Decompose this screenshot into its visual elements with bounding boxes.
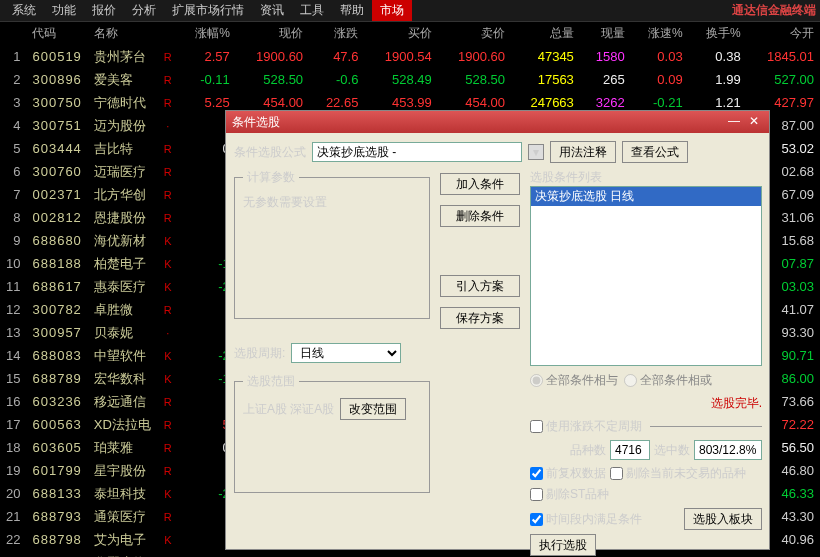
menu-item[interactable]: 分析 xyxy=(124,1,164,19)
column-header[interactable]: 现量 xyxy=(580,22,631,45)
skip-st-checkbox[interactable]: 剔除ST品种 xyxy=(530,486,609,503)
dialog-titlebar: 条件选股 — ✕ xyxy=(226,111,769,133)
radio-or[interactable]: 全部条件相或 xyxy=(624,372,712,389)
time-range-checkbox[interactable]: 时间段内满足条件 xyxy=(530,511,642,528)
column-header[interactable]: 名称 xyxy=(88,22,158,45)
dropdown-icon[interactable]: ▾ xyxy=(528,144,544,160)
delete-condition-button[interactable]: 删除条件 xyxy=(440,205,520,227)
period-select[interactable]: 日线 xyxy=(291,343,401,363)
list-item[interactable]: 决策抄底选股 日线 xyxy=(531,187,761,206)
add-condition-button[interactable]: 加入条件 xyxy=(440,173,520,195)
menubar: 系统功能报价分析扩展市场行情资讯工具帮助 市场 通达信金融终端 xyxy=(0,0,820,22)
minimize-icon[interactable]: — xyxy=(725,115,743,129)
hit-field xyxy=(694,440,762,460)
close-icon[interactable]: ✕ xyxy=(745,115,763,129)
column-header[interactable]: 换手% xyxy=(689,22,747,45)
params-fieldset: 计算参数 无参数需要设置 xyxy=(234,169,430,319)
menu-item[interactable]: 报价 xyxy=(84,1,124,19)
column-header[interactable]: 买价 xyxy=(364,22,437,45)
menu-item[interactable]: 资讯 xyxy=(252,1,292,19)
menu-item[interactable]: 功能 xyxy=(44,1,84,19)
skip-notrade-checkbox[interactable]: 剔除当前未交易的品种 xyxy=(610,465,746,482)
column-header[interactable]: 总量 xyxy=(511,22,580,45)
to-block-button[interactable]: 选股入板块 xyxy=(684,508,762,530)
column-header[interactable]: 涨速% xyxy=(631,22,689,45)
condition-listbox[interactable]: 决策抄底选股 日线 xyxy=(530,186,762,366)
count-field xyxy=(610,440,650,460)
column-header[interactable]: 涨跌 xyxy=(309,22,364,45)
hit-label: 选中数 xyxy=(654,442,690,459)
formula-input[interactable] xyxy=(312,142,522,162)
params-text: 无参数需要设置 xyxy=(243,194,421,211)
range-legend: 选股范围 xyxy=(243,373,299,390)
menu-market[interactable]: 市场 xyxy=(372,0,412,21)
app-brand: 通达信金融终端 xyxy=(732,2,816,19)
count-label: 品种数 xyxy=(570,442,606,459)
radio-and[interactable]: 全部条件相与 xyxy=(530,372,618,389)
params-legend: 计算参数 xyxy=(243,169,299,186)
period-label: 选股周期: xyxy=(234,345,285,362)
filter-status: 选股完毕. xyxy=(530,395,762,412)
column-header[interactable]: 卖价 xyxy=(438,22,511,45)
use-range-checkbox[interactable]: 使用涨跌不定周期 xyxy=(530,418,642,435)
table-row[interactable]: 1600519贵州茅台R2.571900.6047.61900.541900.6… xyxy=(0,45,820,68)
range-text: 上证A股 深证A股 xyxy=(243,401,334,418)
change-range-button[interactable]: 改变范围 xyxy=(340,398,406,420)
stock-filter-dialog: 条件选股 — ✕ 条件选股公式 ▾ 用法注释 查看公式 计算参数 无参数需要设置… xyxy=(225,110,770,550)
range-fieldset: 选股范围 上证A股 深证A股 改变范围 xyxy=(234,373,430,493)
menu-item[interactable]: 扩展市场行情 xyxy=(164,1,252,19)
menu-item[interactable]: 工具 xyxy=(292,1,332,19)
view-formula-button[interactable]: 查看公式 xyxy=(622,141,688,163)
menu-item[interactable]: 系统 xyxy=(4,1,44,19)
table-row[interactable]: 2300896爱美客R-0.11528.50-0.6528.49528.5017… xyxy=(0,68,820,91)
condition-list-label: 选股条件列表 xyxy=(530,169,762,186)
usage-button[interactable]: 用法注释 xyxy=(550,141,616,163)
load-scheme-button[interactable]: 引入方案 xyxy=(440,275,520,297)
column-header[interactable]: 今开 xyxy=(747,22,820,45)
menu-item[interactable]: 帮助 xyxy=(332,1,372,19)
column-header[interactable]: 涨幅% xyxy=(178,22,236,45)
column-header[interactable] xyxy=(0,22,26,45)
execute-button[interactable]: 执行选股 xyxy=(530,534,596,556)
column-header[interactable]: 代码 xyxy=(26,22,87,45)
save-scheme-button[interactable]: 保存方案 xyxy=(440,307,520,329)
fq-checkbox[interactable]: 前复权数据 xyxy=(530,465,606,482)
column-header[interactable]: 现价 xyxy=(236,22,309,45)
dialog-title: 条件选股 xyxy=(232,114,280,131)
column-header[interactable] xyxy=(158,22,178,45)
formula-label: 条件选股公式 xyxy=(234,144,306,161)
